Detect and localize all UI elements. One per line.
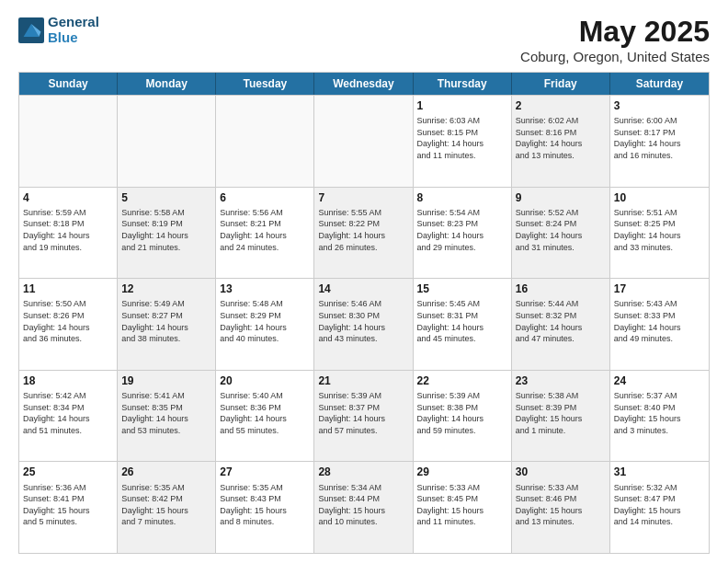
calendar-cell: 4Sunrise: 5:59 AM Sunset: 8:18 PM Daylig…	[19, 188, 118, 279]
calendar-cell: 20Sunrise: 5:40 AM Sunset: 8:36 PM Dayli…	[216, 371, 314, 462]
main-title: May 2025	[520, 15, 710, 49]
day-number: 28	[318, 465, 408, 479]
weekday-header-thursday: Thursday	[414, 73, 512, 95]
day-number: 27	[220, 465, 310, 479]
calendar-cell: 2Sunrise: 6:02 AM Sunset: 8:16 PM Daylig…	[512, 96, 610, 187]
weekday-header-monday: Monday	[118, 73, 216, 95]
day-number: 16	[516, 282, 606, 296]
day-number: 8	[417, 190, 507, 205]
day-info: Sunrise: 5:48 AM Sunset: 8:29 PM Dayligh…	[220, 298, 310, 344]
calendar-cell	[118, 96, 216, 187]
calendar-cell: 8Sunrise: 5:54 AM Sunset: 8:23 PM Daylig…	[414, 188, 512, 279]
logo-text: General Blue	[48, 15, 99, 45]
calendar-cell: 13Sunrise: 5:48 AM Sunset: 8:29 PM Dayli…	[216, 279, 314, 370]
day-info: Sunrise: 5:50 AM Sunset: 8:26 PM Dayligh…	[23, 298, 113, 344]
calendar-week-1: 1Sunrise: 6:03 AM Sunset: 8:15 PM Daylig…	[19, 95, 709, 187]
day-info: Sunrise: 6:03 AM Sunset: 8:15 PM Dayligh…	[417, 115, 507, 161]
calendar-cell: 24Sunrise: 5:37 AM Sunset: 8:40 PM Dayli…	[610, 371, 709, 462]
day-info: Sunrise: 5:38 AM Sunset: 8:39 PM Dayligh…	[516, 390, 606, 436]
day-number: 4	[23, 190, 113, 205]
day-number: 5	[121, 190, 211, 205]
weekday-header-saturday: Saturday	[610, 73, 709, 95]
calendar-cell: 7Sunrise: 5:55 AM Sunset: 8:22 PM Daylig…	[314, 188, 413, 279]
calendar-cell: 25Sunrise: 5:36 AM Sunset: 8:41 PM Dayli…	[19, 462, 118, 553]
day-info: Sunrise: 5:55 AM Sunset: 8:22 PM Dayligh…	[318, 207, 408, 253]
calendar-week-5: 25Sunrise: 5:36 AM Sunset: 8:41 PM Dayli…	[19, 461, 709, 553]
day-info: Sunrise: 5:43 AM Sunset: 8:33 PM Dayligh…	[614, 298, 705, 344]
day-info: Sunrise: 5:44 AM Sunset: 8:32 PM Dayligh…	[516, 298, 606, 344]
calendar-cell: 23Sunrise: 5:38 AM Sunset: 8:39 PM Dayli…	[512, 371, 610, 462]
day-number: 21	[318, 373, 408, 388]
weekday-header-tuesday: Tuesday	[216, 73, 314, 95]
day-number: 6	[220, 190, 310, 205]
day-number: 14	[318, 282, 408, 296]
calendar-cell: 3Sunrise: 6:00 AM Sunset: 8:17 PM Daylig…	[610, 96, 709, 187]
day-info: Sunrise: 5:39 AM Sunset: 8:37 PM Dayligh…	[318, 390, 408, 436]
logo-inner: General Blue	[18, 15, 99, 45]
calendar-week-4: 18Sunrise: 5:42 AM Sunset: 8:34 PM Dayli…	[19, 370, 709, 462]
day-number: 23	[516, 373, 606, 388]
calendar-cell: 16Sunrise: 5:44 AM Sunset: 8:32 PM Dayli…	[512, 279, 610, 370]
calendar-cell: 21Sunrise: 5:39 AM Sunset: 8:37 PM Dayli…	[314, 371, 413, 462]
day-number: 19	[121, 373, 211, 388]
day-number: 26	[121, 465, 211, 479]
calendar-week-3: 11Sunrise: 5:50 AM Sunset: 8:26 PM Dayli…	[19, 278, 709, 370]
calendar-cell: 15Sunrise: 5:45 AM Sunset: 8:31 PM Dayli…	[414, 279, 512, 370]
day-number: 30	[516, 465, 606, 479]
day-number: 9	[516, 190, 606, 205]
calendar-cell: 12Sunrise: 5:49 AM Sunset: 8:27 PM Dayli…	[118, 279, 216, 370]
title-block: May 2025 Coburg, Oregon, United States	[520, 15, 710, 64]
day-number: 2	[516, 98, 606, 113]
header: General Blue May 2025 Coburg, Oregon, Un…	[18, 15, 710, 64]
day-info: Sunrise: 5:59 AM Sunset: 8:18 PM Dayligh…	[23, 207, 113, 253]
calendar-week-2: 4Sunrise: 5:59 AM Sunset: 8:18 PM Daylig…	[19, 187, 709, 279]
day-number: 29	[417, 465, 507, 479]
logo: General Blue	[18, 15, 99, 45]
day-number: 7	[318, 190, 408, 205]
calendar-cell: 14Sunrise: 5:46 AM Sunset: 8:30 PM Dayli…	[314, 279, 413, 370]
calendar-cell: 1Sunrise: 6:03 AM Sunset: 8:15 PM Daylig…	[414, 96, 512, 187]
day-info: Sunrise: 5:32 AM Sunset: 8:47 PM Dayligh…	[614, 482, 705, 528]
calendar-cell: 11Sunrise: 5:50 AM Sunset: 8:26 PM Dayli…	[19, 279, 118, 370]
calendar-cell	[19, 96, 118, 187]
day-number: 12	[121, 282, 211, 296]
day-info: Sunrise: 5:52 AM Sunset: 8:24 PM Dayligh…	[516, 207, 606, 253]
day-info: Sunrise: 5:36 AM Sunset: 8:41 PM Dayligh…	[23, 482, 113, 528]
day-number: 3	[614, 98, 705, 113]
day-info: Sunrise: 5:56 AM Sunset: 8:21 PM Dayligh…	[220, 207, 310, 253]
day-number: 25	[23, 465, 113, 479]
day-number: 31	[614, 465, 705, 479]
day-info: Sunrise: 5:41 AM Sunset: 8:35 PM Dayligh…	[121, 390, 211, 436]
day-info: Sunrise: 6:00 AM Sunset: 8:17 PM Dayligh…	[614, 115, 705, 161]
day-info: Sunrise: 5:33 AM Sunset: 8:45 PM Dayligh…	[417, 482, 507, 528]
day-info: Sunrise: 6:02 AM Sunset: 8:16 PM Dayligh…	[516, 115, 606, 161]
day-info: Sunrise: 5:45 AM Sunset: 8:31 PM Dayligh…	[417, 298, 507, 344]
day-number: 15	[417, 282, 507, 296]
calendar-cell: 28Sunrise: 5:34 AM Sunset: 8:44 PM Dayli…	[314, 462, 413, 553]
day-info: Sunrise: 5:34 AM Sunset: 8:44 PM Dayligh…	[318, 482, 408, 528]
day-info: Sunrise: 5:46 AM Sunset: 8:30 PM Dayligh…	[318, 298, 408, 344]
day-number: 17	[614, 282, 705, 296]
day-info: Sunrise: 5:51 AM Sunset: 8:25 PM Dayligh…	[614, 207, 705, 253]
day-number: 11	[23, 282, 113, 296]
day-info: Sunrise: 5:37 AM Sunset: 8:40 PM Dayligh…	[614, 390, 705, 436]
day-number: 1	[417, 98, 507, 113]
calendar-cell: 9Sunrise: 5:52 AM Sunset: 8:24 PM Daylig…	[512, 188, 610, 279]
day-number: 20	[220, 373, 310, 388]
day-info: Sunrise: 5:35 AM Sunset: 8:43 PM Dayligh…	[220, 482, 310, 528]
calendar-cell: 5Sunrise: 5:58 AM Sunset: 8:19 PM Daylig…	[118, 188, 216, 279]
calendar-body: 1Sunrise: 6:03 AM Sunset: 8:15 PM Daylig…	[19, 95, 709, 553]
calendar-cell	[216, 96, 314, 187]
calendar-cell: 31Sunrise: 5:32 AM Sunset: 8:47 PM Dayli…	[610, 462, 709, 553]
calendar-cell: 26Sunrise: 5:35 AM Sunset: 8:42 PM Dayli…	[118, 462, 216, 553]
subtitle: Coburg, Oregon, United States	[520, 49, 710, 64]
calendar-cell: 10Sunrise: 5:51 AM Sunset: 8:25 PM Dayli…	[610, 188, 709, 279]
calendar-cell	[314, 96, 413, 187]
day-number: 24	[614, 373, 705, 388]
day-info: Sunrise: 5:35 AM Sunset: 8:42 PM Dayligh…	[121, 482, 211, 528]
weekday-header-friday: Friday	[512, 73, 610, 95]
calendar-header: SundayMondayTuesdayWednesdayThursdayFrid…	[19, 73, 709, 95]
calendar-cell: 30Sunrise: 5:33 AM Sunset: 8:46 PM Dayli…	[512, 462, 610, 553]
calendar-cell: 17Sunrise: 5:43 AM Sunset: 8:33 PM Dayli…	[610, 279, 709, 370]
page: General Blue May 2025 Coburg, Oregon, Un…	[0, 0, 728, 563]
